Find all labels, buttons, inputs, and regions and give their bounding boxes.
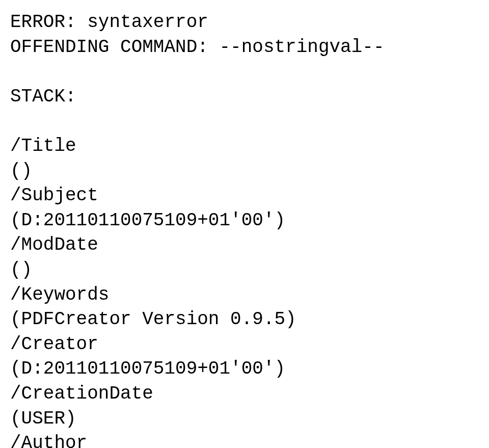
creationdate-value: (USER)	[10, 407, 479, 432]
error-line: ERROR: syntaxerror	[10, 10, 479, 35]
title-value: ()	[10, 159, 479, 184]
subject-value: (D:20110110075109+01'00')	[10, 208, 479, 233]
subject-key: /Subject	[10, 183, 479, 208]
keywords-key: /Keywords	[10, 283, 479, 308]
blank-line-1	[10, 60, 479, 85]
moddate-key: /ModDate	[10, 233, 479, 258]
author-key: /Author	[10, 431, 479, 448]
blank-line-2	[10, 109, 479, 134]
offending-command-line: OFFENDING COMMAND: --nostringval--	[10, 35, 479, 60]
creator-value: (D:20110110075109+01'00')	[10, 357, 479, 382]
stack-label: STACK:	[10, 85, 479, 110]
creationdate-key: /CreationDate	[10, 382, 479, 407]
title-key: /Title	[10, 134, 479, 159]
keywords-value: (PDFCreator Version 0.9.5)	[10, 307, 479, 332]
moddate-value: ()	[10, 258, 479, 283]
creator-key: /Creator	[10, 332, 479, 357]
